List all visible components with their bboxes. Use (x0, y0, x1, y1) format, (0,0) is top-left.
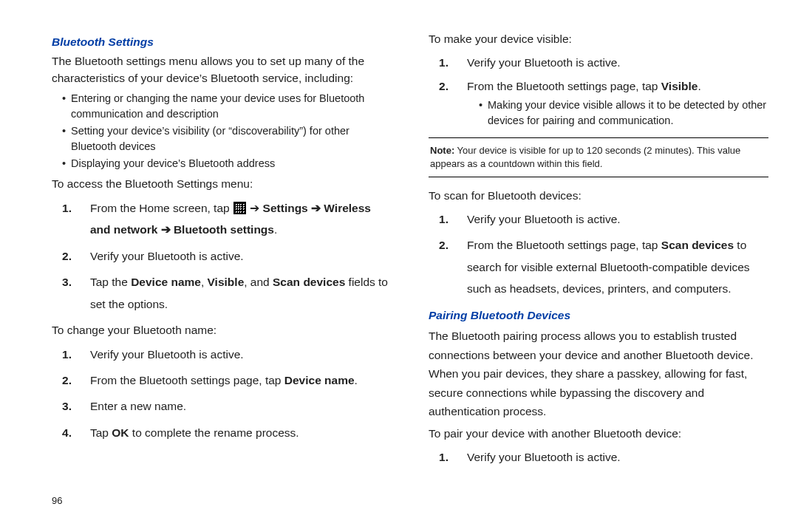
bluetooth-settings-intro: The Bluetooth settings menu allows you t… (52, 53, 392, 86)
step-item: From the Bluetooth settings page, tap Sc… (458, 234, 768, 299)
step-item: Verify your Bluetooth is active. (458, 446, 768, 468)
note-label: Note: (430, 145, 454, 156)
change-name-lead: To change your Bluetooth name: (52, 322, 392, 338)
section-heading-pairing: Pairing Bluetooth Devices (429, 307, 768, 324)
step-text: From the Bluetooth settings page, tap (467, 239, 661, 251)
step-text: . (355, 374, 358, 386)
step-item: Verify your Bluetooth is active. (458, 52, 768, 73)
apps-grid-icon (233, 202, 246, 214)
step-item: From the Bluetooth settings page, tap De… (81, 369, 392, 391)
arrow-icon: ➔ (250, 202, 259, 214)
step-item: Tap the Device name, Visible, and Scan d… (81, 271, 392, 315)
pair-steps: Verify your Bluetooth is active. (429, 446, 768, 468)
section-heading-bluetooth-settings: Bluetooth Settings (52, 34, 392, 50)
step-bold: Device name (131, 276, 201, 288)
step-item: Tap OK to complete the rename process. (81, 422, 392, 443)
scan-lead: To scan for Bluetooth devices: (429, 188, 768, 204)
pair-lead: To pair your device with another Bluetoo… (429, 426, 768, 442)
list-item: Making your device visible allows it to … (479, 98, 768, 129)
change-name-steps: Verify your Bluetooth is active. From th… (52, 344, 392, 444)
manual-page: Bluetooth Settings The Bluetooth setting… (0, 0, 798, 532)
list-item: Entering or changing the name your devic… (62, 91, 392, 122)
step-bold: Scan devices (273, 276, 345, 288)
note-block: Note: Your device is visible for up to 1… (429, 137, 768, 177)
step-item: Verify your Bluetooth is active. (81, 344, 392, 365)
pairing-intro: The Bluetooth pairing process allows you… (429, 327, 768, 421)
make-visible-steps: Verify your Bluetooth is active. From th… (429, 52, 768, 129)
step-text: From the Home screen, tap (90, 202, 233, 214)
list-item: Displaying your device’s Bluetooth addre… (62, 156, 392, 171)
step-bold: Visible (661, 80, 698, 92)
step-item: From the Bluetooth settings page, tap Vi… (458, 78, 768, 129)
list-item: Setting your device’s visibility (or “di… (62, 123, 392, 154)
step-text: From the Bluetooth settings page, tap (467, 80, 661, 92)
bluetooth-includes-list: Entering or changing the name your devic… (52, 91, 392, 171)
scan-steps: Verify your Bluetooth is active. From th… (429, 208, 768, 300)
step-item: Enter a new name. (81, 395, 392, 417)
step-item: Verify your Bluetooth is active. (81, 245, 392, 267)
make-visible-lead: To make your device visible: (429, 31, 768, 47)
step-text: Tap the (90, 276, 131, 288)
step-text: . (274, 223, 277, 236)
note-text: Your device is visible for up to 120 sec… (430, 145, 740, 169)
step-text: , and (244, 276, 273, 288)
step-text: to complete the rename process. (129, 426, 299, 439)
step-text: . (698, 80, 700, 92)
step-bold: OK (112, 426, 129, 439)
step-item: From the Home screen, tap ➔ Settings ➔ W… (81, 197, 392, 241)
access-menu-steps: From the Home screen, tap ➔ Settings ➔ W… (52, 197, 392, 315)
step-bold: Device name (284, 374, 355, 386)
step-bold: Visible (208, 276, 245, 288)
step-text: , (201, 276, 208, 288)
page-number: 96 (52, 494, 62, 508)
step-item: Verify your Bluetooth is active. (458, 208, 768, 230)
right-column: To make your device visible: Verify your… (429, 30, 768, 505)
left-column: Bluetooth Settings The Bluetooth setting… (52, 30, 392, 505)
access-menu-lead: To access the Bluetooth Settings menu: (52, 176, 392, 192)
step-text: From the Bluetooth settings page, tap (90, 374, 284, 386)
step-text: Tap (90, 426, 112, 439)
step-bold: Scan devices (661, 239, 734, 251)
visible-subnotes: Making your device visible allows it to … (467, 98, 768, 129)
